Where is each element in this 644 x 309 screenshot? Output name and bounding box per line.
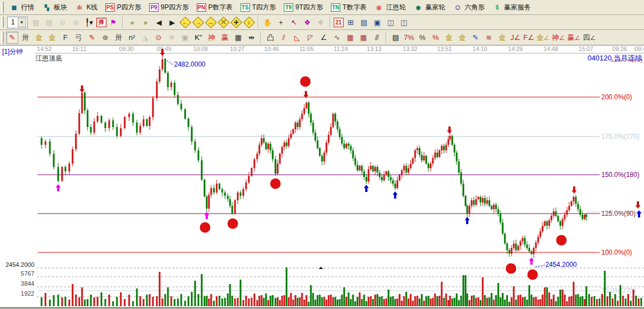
shen-angle-tool[interactable]: 神∠ [551, 32, 566, 44]
notes-button[interactable]: ▤ [358, 16, 370, 28]
period-combo[interactable]: 1▼ [7, 17, 28, 28]
win-angle-tool[interactable]: 赢∠ [567, 32, 581, 44]
parallel-lines-tool[interactable]: ⫻ [371, 32, 383, 44]
calendar-button[interactable]: 21 [334, 18, 344, 27]
toolbar-grip[interactable] [1, 2, 4, 13]
fibonacci-tool[interactable]: F [59, 32, 71, 44]
time-cycle-tool[interactable]: 卅 [19, 32, 32, 44]
pan-left-button[interactable]: ← [180, 17, 191, 28]
candle-body [408, 168, 410, 173]
chart-area[interactable]: 14:5215:1109:3009:4910:0810:2710:4611:05… [0, 45, 644, 308]
top-bottom-tool[interactable]: 凸 [264, 32, 277, 44]
menu-item-winner-wheel[interactable]: ◉赢家轮 [410, 1, 449, 14]
candle-body [213, 188, 215, 193]
wave-band-tool[interactable]: ≋ [483, 32, 495, 44]
step-back-button[interactable]: ◀ [153, 16, 165, 28]
spiral-tool[interactable]: 弓 [73, 32, 85, 44]
f-angle-tool[interactable]: F∠ [523, 32, 535, 44]
trend-angle-tool[interactable]: ∠ [318, 32, 330, 44]
fan-box-tool[interactable]: ◺ [291, 32, 303, 44]
menu-item-hexagon[interactable]: ⬡六角形 [449, 1, 488, 14]
k-line-mark-tool[interactable]: K" [192, 32, 205, 44]
gold-circle-tool[interactable]: 金 [443, 32, 455, 44]
candle-style-combo[interactable]: ╿▾ [83, 16, 95, 28]
circle-target-tool[interactable]: ⊙ [152, 32, 165, 44]
blue-pen-tool[interactable]: ✎ [469, 32, 482, 44]
menu-item-p-table[interactable]: PNP数字表 [193, 1, 237, 14]
red-grid-tool[interactable]: ▦ [344, 32, 356, 44]
gann-topbottom-tool[interactable]: ✎ [6, 32, 18, 44]
marker-pen-tool[interactable]: ✎ [86, 32, 98, 44]
go-first-button[interactable]: « [126, 16, 139, 28]
gold-angle-tool[interactable]: 金∠ [536, 32, 550, 44]
bars-small-button: ılı [57, 16, 69, 28]
percent-line-tool[interactable]: % [430, 32, 442, 44]
red-grid2-tool[interactable]: ▦ [357, 32, 370, 44]
menu-item-gann-wheel[interactable]: ◎江恩轮 [370, 1, 410, 14]
menu-item-winner-service[interactable]: $赢家服务 [488, 1, 534, 14]
square-number-tool[interactable]: n² [126, 32, 138, 44]
percent-tool[interactable]: % [416, 32, 428, 44]
gann-level-label: 200.0%(0) [601, 93, 632, 101]
gold-ratio-tool[interactable]: 金 [33, 32, 45, 44]
candle-body [211, 188, 212, 195]
seven-percent-tool[interactable]: 7% [403, 32, 415, 44]
win-grid-tool[interactable]: 赢 [219, 32, 231, 44]
menu-item-quotes[interactable]: ▦行情 [6, 1, 38, 14]
go-last-button[interactable]: » [140, 16, 152, 28]
menu-item-9t-square[interactable]: T99T四方形 [280, 1, 327, 14]
candle-body [504, 234, 506, 244]
pan-vertical-button[interactable]: ↕ [244, 17, 254, 28]
flag-chart-button[interactable]: ⚑ [108, 16, 120, 28]
pointer-tool-button[interactable]: ↖ [288, 16, 300, 28]
volume-bar [591, 297, 592, 306]
step-forward-button[interactable]: ▶ [166, 16, 178, 28]
zoom-out-button[interactable]: ⤫ [218, 17, 229, 28]
save-button[interactable]: ▣ [371, 16, 384, 28]
gann-circle-tool[interactable]: ⊕ [99, 32, 111, 44]
menu-item-t-table[interactable]: TNT数字表 [327, 1, 370, 14]
menu-item-t-square[interactable]: TST四方形 [237, 1, 280, 14]
ruler-grid-tool[interactable]: ▦ [232, 32, 244, 44]
toolbar-grip[interactable] [1, 17, 4, 28]
volume-bar [620, 285, 621, 306]
export-data-button[interactable]: ◫ [385, 16, 397, 28]
candle-body [375, 167, 376, 171]
candle-body [471, 200, 473, 206]
gold-angle-line-tool[interactable]: 金 [496, 32, 508, 44]
wave-lines-tool[interactable]: ∿ [331, 32, 343, 44]
candle-body [201, 160, 203, 180]
candle-body [290, 134, 292, 138]
red-dot-marker [200, 222, 211, 233]
crosshair-tool-button[interactable]: + [275, 16, 287, 28]
pan-both-button[interactable]: ↔ [206, 17, 216, 28]
shen-grid-tool[interactable]: 神 [206, 32, 218, 44]
measure-tool[interactable]: ⇹ [246, 32, 258, 44]
gold-line-tool[interactable]: 金 [456, 32, 468, 44]
menu-item-kline[interactable]: ılıK线 [71, 1, 101, 14]
sectors-icon: ▚ [42, 3, 52, 12]
price-table-tool[interactable]: ▤ [390, 32, 402, 44]
select-mark-button[interactable]: 择 [96, 18, 106, 27]
hand-tool-button[interactable]: ✋ [262, 16, 274, 28]
toolbar-grip[interactable] [1, 32, 4, 44]
document-button: ▤ [43, 16, 55, 28]
red-dot-marker [270, 179, 281, 189]
zoom-fit-button[interactable]: ✢ [231, 17, 242, 28]
volume-bar [355, 301, 356, 306]
chart-canvas[interactable]: 14:5215:1109:3009:4910:0810:2710:4611:05… [0, 45, 644, 308]
gold-ratio2-tool[interactable]: 金 [46, 32, 58, 44]
pan-right-button[interactable]: → [193, 17, 203, 28]
download-data-button[interactable]: ◫ [398, 16, 410, 28]
calculator-button[interactable]: ⊞ [345, 16, 357, 28]
chevron-down-icon[interactable]: ▼ [18, 18, 26, 27]
fan-square-tool[interactable]: ◸ [304, 32, 316, 44]
four-angle-tool[interactable]: 四∠ [582, 32, 596, 44]
menu-item-9p-square[interactable]: P99P四方形 [145, 1, 193, 14]
gann-grid-button[interactable]: ❖ [301, 16, 314, 28]
fan-lines-tool[interactable]: ⫽ [278, 32, 290, 44]
menu-item-p-square[interactable]: PSP四方形 [101, 1, 145, 14]
j-angle-tool[interactable]: J∠ [509, 32, 522, 44]
time-grid-tool[interactable]: 卅 [113, 32, 125, 44]
menu-item-sectors[interactable]: ▚板块 [38, 1, 71, 14]
